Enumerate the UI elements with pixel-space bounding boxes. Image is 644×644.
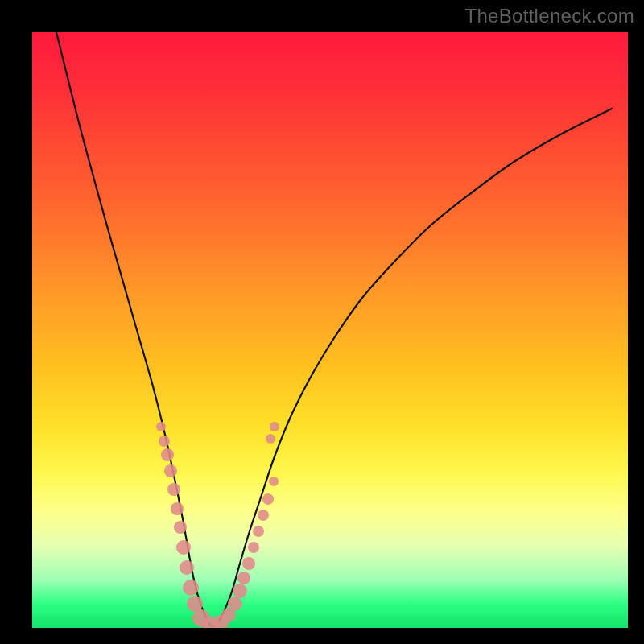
overlay-dot [159,436,170,447]
watermark-text: TheBottleneck.com [464,5,634,27]
overlay-dot [269,477,279,486]
overlay-dot [228,597,242,611]
bottleneck-curve [56,32,612,626]
curve-svg [32,32,628,628]
overlay-dot [176,540,191,555]
plot-area [32,32,628,628]
chart-stage: TheBottleneck.com [0,0,644,644]
overlay-dot [171,502,184,515]
overlay-dot [266,434,275,444]
overlay-dot [156,422,166,431]
overlay-dot [270,422,279,431]
overlay-dot [237,572,250,584]
overlay-dot [164,464,177,477]
overlay-dot [262,493,274,505]
overlay-dot [253,526,264,537]
overlay-dot [161,448,174,461]
overlay-dot [167,483,180,496]
overlay-dot [183,580,199,596]
overlay-dot [258,510,269,521]
overlay-dot [187,596,203,612]
overlay-dot [248,542,259,553]
overlay-dot [242,557,255,570]
overlay-dot [180,560,194,575]
overlay-dots-group [156,422,279,628]
overlay-dot [174,521,187,534]
overlay-dot [233,584,247,598]
